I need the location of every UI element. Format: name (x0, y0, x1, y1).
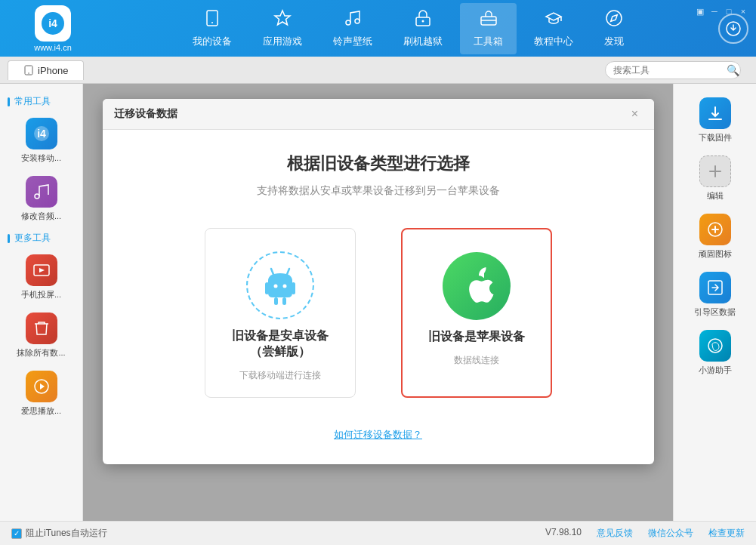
modal-overlay: 迁移设备数据 × 根据旧设备类型进行选择 支持将数据从安卓或苹果设备迁移到另一台… (83, 84, 673, 521)
svg-point-25 (273, 285, 277, 288)
window-maximize-btn[interactable]: □ (724, 6, 734, 17)
download-firmware-label: 下载固件 (699, 132, 732, 143)
android-option-title: 旧设备是安卓设备（尝鲜版） (221, 328, 340, 360)
window-controls: ▣ ─ □ × (695, 6, 748, 17)
modal: 迁移设备数据 × 根据旧设备类型进行选择 支持将数据从安卓或苹果设备迁移到另一台… (103, 99, 654, 464)
nav-label-apps-games: 应用游戏 (263, 35, 302, 48)
svg-point-10 (606, 11, 622, 26)
status-right: V7.98.10 意见反馈 微信公众号 检查更新 (545, 527, 745, 540)
sidebar-item-erase-data[interactable]: 抹除所有数... (0, 306, 82, 365)
search-icon[interactable]: 🔍 (727, 64, 739, 76)
left-sidebar: 常用工具 i4 安装移动... 修改音频... 更多工具 手机投屏... 抹除所… (0, 84, 83, 521)
sidebar-item-edit[interactable]: 编辑 (674, 149, 756, 208)
window-restore-btn[interactable]: ▣ (695, 6, 705, 17)
game-helper-label: 小游助手 (699, 365, 732, 376)
header-right (718, 14, 748, 44)
android-icon-wrap (246, 251, 314, 319)
nav-item-apps-games[interactable]: 应用游戏 (249, 3, 316, 54)
itunes-checkbox[interactable]: ✓ 阻止iTunes自动运行 (11, 527, 107, 540)
nav-item-jailbreak[interactable]: 刷机越狱 (390, 3, 456, 54)
import-data-label: 引导区数据 (694, 306, 736, 318)
device-tab-iphone[interactable]: iPhone (8, 60, 84, 80)
jailbreak-icon (414, 9, 432, 32)
nav-items: 我的设备 应用游戏 铃声壁纸 (98, 3, 718, 54)
svg-rect-21 (265, 282, 269, 294)
android-option-card[interactable]: 旧设备是安卓设备（尝鲜版） 下载移动端进行连接 (205, 228, 356, 398)
apple-option-title: 旧设备是苹果设备 (428, 329, 525, 345)
install-app-icon: i4 (26, 118, 57, 149)
modify-audio-label: 修改音频... (21, 211, 61, 222)
device-tab-label: iPhone (38, 65, 68, 76)
modal-subtitle: 根据旧设备类型进行选择 (118, 152, 639, 175)
apps-icon (273, 9, 292, 32)
discover-icon (605, 9, 623, 32)
modal-link[interactable]: 如何迁移设备数据？ (118, 428, 639, 442)
svg-rect-23 (274, 297, 278, 305)
svg-point-7 (422, 20, 424, 22)
apple-icon-wrap (443, 252, 511, 320)
add-icon (699, 155, 731, 187)
install-app-label: 安装移动... (21, 152, 61, 164)
download-firmware-icon (699, 97, 731, 129)
sidebar-item-play-app[interactable]: 爱思播放... (0, 365, 82, 423)
sidebar-item-download-firmware[interactable]: 下载固件 (674, 91, 756, 149)
sidebar-item-modify-audio[interactable]: 修改音频... (0, 170, 82, 228)
screen-record-icon (26, 254, 57, 286)
svg-point-13 (28, 72, 29, 74)
header: ▣ ─ □ × i4 www.i4.cn 我的设备 (0, 0, 756, 57)
modal-title: 迁移设备数据 (114, 107, 177, 121)
logo-area: i4 www.i4.cn (8, 5, 98, 52)
device-icon (203, 9, 221, 32)
center-area: 迁移设备数据 × 根据旧设备类型进行选择 支持将数据从安卓或苹果设备迁移到另一台… (83, 84, 673, 521)
apple-option-card[interactable]: 旧设备是苹果设备 数据线连接 (401, 228, 552, 398)
svg-text:i4: i4 (48, 17, 57, 29)
nav-label-ringtones: 铃声壁纸 (333, 35, 372, 48)
search-input[interactable] (613, 65, 727, 75)
itunes-checkbox-label: 阻止iTunes自动运行 (26, 527, 107, 540)
window-close-btn[interactable]: × (738, 6, 748, 17)
checkbox-icon: ✓ (11, 528, 22, 539)
feedback-link[interactable]: 意见反馈 (597, 527, 633, 540)
svg-point-3 (211, 22, 213, 23)
play-app-icon (26, 371, 57, 402)
svg-point-5 (355, 19, 359, 23)
modal-body: 根据旧设备类型进行选择 支持将数据从安卓或苹果设备迁移到另一台苹果设备 (103, 130, 654, 464)
nav-label-tutorials: 教程中心 (534, 35, 573, 48)
update-link[interactable]: 检查更新 (708, 527, 745, 540)
sidebar-item-game-helper[interactable]: 小游助手 (674, 324, 756, 382)
tutorial-icon (545, 9, 563, 32)
right-sidebar: 下载固件 编辑 顽固图标 引导区数据 小游助手 (673, 84, 756, 521)
modal-options: 旧设备是安卓设备（尝鲜版） 下载移动端进行连接 旧设备是苹果设备 (118, 228, 639, 398)
sidebar-item-import-data[interactable]: 引导区数据 (674, 266, 756, 324)
nav-item-discover[interactable]: 发现 (591, 3, 637, 54)
version-label: V7.98.10 (545, 527, 582, 540)
nav-item-my-device[interactable]: 我的设备 (179, 3, 245, 54)
modal-close-btn[interactable]: × (628, 106, 643, 122)
nav-item-toolbox[interactable]: 工具箱 (460, 3, 517, 54)
main-area: 常用工具 i4 安装移动... 修改音频... 更多工具 手机投屏... 抹除所… (0, 84, 756, 521)
svg-point-26 (282, 285, 286, 288)
sidebar-item-top-icons[interactable]: 顽固图标 (674, 208, 756, 266)
download-btn[interactable] (718, 14, 748, 44)
window-minimize-btn[interactable]: ─ (709, 6, 720, 17)
sidebar-item-install-app[interactable]: i4 安装移动... (0, 112, 82, 170)
modal-description: 支持将数据从安卓或苹果设备迁移到另一台苹果设备 (118, 184, 639, 198)
phone-icon (23, 65, 34, 75)
top-icons-icon (699, 214, 731, 245)
svg-rect-22 (292, 282, 295, 294)
sidebar-item-screen-record[interactable]: 手机投屏... (0, 248, 82, 306)
modal-header: 迁移设备数据 × (103, 99, 654, 130)
svg-point-4 (346, 20, 350, 25)
nav-item-tutorials[interactable]: 教程中心 (520, 3, 587, 54)
status-bar: ✓ 阻止iTunes自动运行 V7.98.10 意见反馈 微信公众号 检查更新 (0, 521, 756, 545)
game-helper-icon (699, 330, 731, 362)
svg-text:i4: i4 (37, 128, 46, 140)
modify-audio-icon (26, 176, 57, 208)
erase-data-icon (26, 313, 57, 344)
svg-point-16 (35, 194, 39, 199)
erase-data-label: 抹除所有数... (17, 347, 65, 359)
nav-item-ringtones[interactable]: 铃声壁纸 (319, 3, 386, 54)
search-box: 🔍 (605, 61, 741, 79)
tab-bar: iPhone 🔍 (0, 57, 756, 84)
wechat-link[interactable]: 微信公众号 (648, 527, 693, 540)
